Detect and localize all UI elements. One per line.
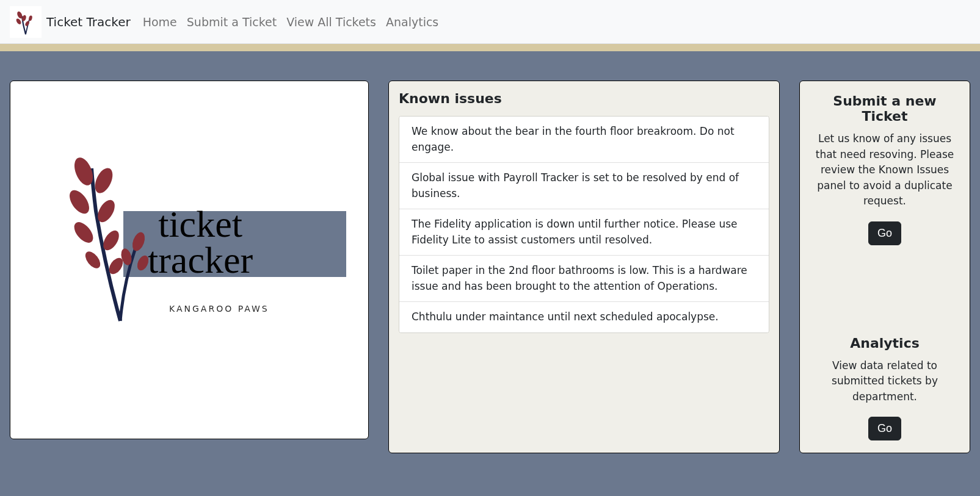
logo-subtext: KANGAROO PAWS <box>169 304 269 314</box>
list-item: Chthulu under maintance until next sched… <box>399 302 769 332</box>
navbar: Ticket Tracker Home Submit a Ticket View… <box>0 0 980 44</box>
side-card: Submit a new Ticket Let us know of any i… <box>799 81 970 453</box>
list-item: The Fidelity application is down until f… <box>399 209 769 256</box>
known-issues-card: Known issues We know about the bear in t… <box>388 81 780 453</box>
svg-point-11 <box>82 249 103 271</box>
list-item: Toilet paper in the 2nd floor bathrooms … <box>399 256 769 302</box>
accent-bar <box>0 44 980 51</box>
svg-point-7 <box>66 187 93 217</box>
svg-point-13 <box>130 231 147 253</box>
nav-submit-ticket[interactable]: Submit a Ticket <box>187 15 277 29</box>
branch-icon <box>12 9 39 35</box>
submit-ticket-section: Submit a new Ticket Let us know of any i… <box>810 93 960 245</box>
logo-main-text: tickettracker <box>148 206 253 278</box>
known-issues-title: Known issues <box>399 91 769 106</box>
analytics-text: View data related to submitted tickets b… <box>810 358 960 405</box>
submit-ticket-go-button[interactable]: Go <box>868 221 901 245</box>
navbar-brand[interactable]: Ticket Tracker <box>46 15 131 29</box>
nav-links: Home Submit a Ticket View All Tickets An… <box>143 15 439 29</box>
main-container: tickettracker KANGAROO PAWS Known issues… <box>0 51 980 473</box>
nav-analytics[interactable]: Analytics <box>386 15 438 29</box>
list-item: We know about the bear in the fourth flo… <box>399 117 769 163</box>
svg-point-2 <box>15 18 22 25</box>
svg-point-15 <box>135 254 150 272</box>
analytics-title: Analytics <box>810 336 960 351</box>
nav-home[interactable]: Home <box>143 15 177 29</box>
submit-ticket-text: Let us know of any issues that need reso… <box>810 131 960 209</box>
known-issues-list: We know about the bear in the fourth flo… <box>399 116 769 333</box>
analytics-go-button[interactable]: Go <box>868 417 901 440</box>
submit-ticket-title: Submit a new Ticket <box>810 93 960 124</box>
svg-point-9 <box>71 219 97 246</box>
logo-card: tickettracker KANGAROO PAWS <box>10 81 369 439</box>
list-item: Global issue with Payroll Tracker is set… <box>399 163 769 209</box>
nav-view-all-tickets[interactable]: View All Tickets <box>286 15 376 29</box>
analytics-section: Analytics View data related to submitted… <box>810 336 960 441</box>
branch-large-icon <box>62 156 160 327</box>
logo-box: tickettracker KANGAROO PAWS <box>44 168 331 351</box>
navbar-logo <box>10 6 42 38</box>
